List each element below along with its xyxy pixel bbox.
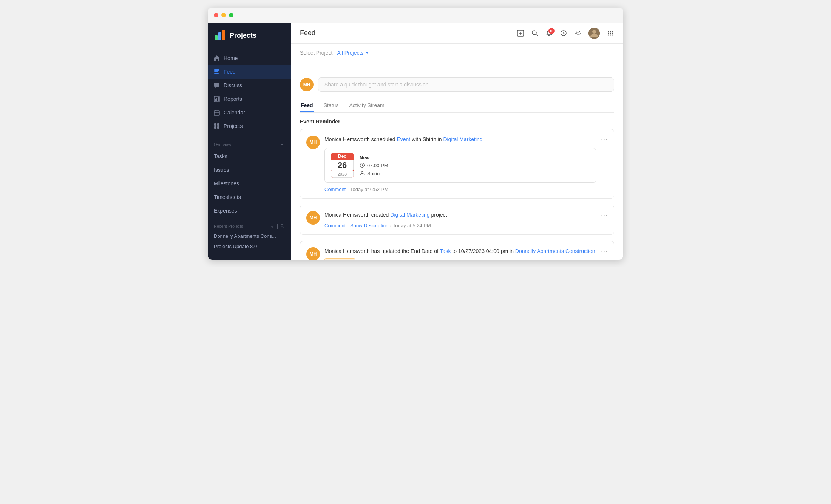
timer-button[interactable] [560,29,567,37]
event-time-row: 07:00 PM [360,163,388,168]
app-body: Projects Home Feed [208,23,623,260]
main-content: Feed [291,23,623,260]
tab-feed[interactable]: Feed [300,99,314,112]
sidebar-item-discuss[interactable]: Discuss [208,79,291,92]
overview-controls [280,142,285,147]
filter-icon[interactable] [270,224,275,228]
event-link[interactable]: Event [397,136,410,142]
feed-card-footer-1: Comment · Today at 6:52 PM [324,186,596,192]
digital-marketing-link-2[interactable]: Digital Marketing [390,212,429,218]
search-button[interactable] [531,29,539,37]
grid-button[interactable] [607,29,614,37]
feed-card-footer-2: Comment · Show Description · Today at 5:… [324,223,596,228]
sidebar-item-milestones[interactable]: Milestones [208,177,291,190]
compose-avatar-initials: MH [303,82,310,87]
svg-point-35 [608,34,609,35]
sidebar-item-feed-label: Feed [224,69,236,75]
close-button[interactable] [214,13,218,17]
top-bar-actions: 10 [517,28,614,39]
chevron-down-icon[interactable] [280,142,285,147]
sidebar-item-home[interactable]: Home [208,51,291,65]
feed-tabs: Feed Status Activity Stream [300,99,614,113]
sidebar-item-projects[interactable]: Projects [208,119,291,133]
more-button-2[interactable]: ··· [601,211,608,219]
tab-status[interactable]: Status [323,99,340,112]
settings-button[interactable] [574,29,582,37]
event-details: New 07:00 PM Shirin [360,155,388,176]
sidebar-item-tasks[interactable]: Tasks [208,150,291,163]
feed-avatar-1: MH [306,136,320,149]
svg-rect-14 [214,123,216,126]
comment-link-1[interactable]: Comment [324,186,346,192]
tab-activity-stream[interactable]: Activity Stream [348,99,385,112]
compose-avatar: MH [300,78,314,91]
svg-rect-17 [217,126,219,129]
svg-point-29 [608,31,609,32]
add-button[interactable] [517,29,524,37]
sidebar-item-calendar[interactable]: Calendar [208,106,291,119]
add-icon [517,29,524,37]
notifications-button[interactable]: 10 [545,29,553,37]
sidebar-item-home-label: Home [224,55,238,61]
more-button-3[interactable]: ··· [601,247,608,255]
svg-point-37 [612,34,613,35]
comment-link-2[interactable]: Comment [324,223,346,228]
reports-icon [214,96,220,102]
cal-day: 26 [331,160,354,171]
sub-bar: Select Project All Projects [291,44,623,62]
sidebar-item-calendar-label: Calendar [224,109,245,116]
task-link[interactable]: Task [440,248,451,254]
sidebar-item-reports[interactable]: Reports [208,92,291,106]
person-icon [360,171,365,176]
svg-rect-15 [217,123,219,126]
minimize-button[interactable] [221,13,226,17]
feed-card-body-1: Monica Hemsworth scheduled Event with Sh… [324,136,596,192]
feed-card-body-3: Monica Hemsworth has updated the End Dat… [324,247,596,260]
recent-project-projects-update[interactable]: Projects Update 8.0 [208,241,291,251]
sidebar-nav: Home Feed Discuss [208,48,291,136]
recent-projects-controls: | [270,223,285,229]
sidebar-item-issues[interactable]: Issues [208,163,291,177]
user-avatar[interactable] [588,28,600,39]
feed-card-header-2: MH Monica Hemsworth created Digital Mark… [306,211,608,228]
svg-rect-4 [214,71,218,72]
svg-rect-2 [222,30,225,40]
recent-projects-label: Recent Projects [214,224,243,228]
discuss-icon [214,82,220,88]
feed-content: ··· MH Share a quick thought and start a… [291,62,623,260]
maximize-button[interactable] [229,13,233,17]
select-project-label: Select Project [300,50,332,56]
feed-card-title-3: Monica Hemsworth has updated the End Dat… [324,247,596,255]
sidebar-logo: Projects [208,23,291,48]
task-tag-label: DC-T642 [334,259,352,260]
projects-logo-icon [214,29,226,42]
compose-input[interactable]: Share a quick thought and start a discus… [318,77,614,92]
calendar-icon [214,109,220,116]
overview-section: Overview [208,136,291,150]
apartments-link[interactable]: Donnelly Apartments Construction [515,248,595,254]
sidebar-logo-text: Projects [230,32,256,40]
compose-placeholder: Share a quick thought and start a discus… [324,82,430,88]
show-description-link[interactable]: Show Description [350,223,388,228]
svg-rect-7 [215,99,216,101]
chevron-down-icon [365,51,369,55]
digital-marketing-link-1[interactable]: Digital Marketing [443,136,482,142]
recent-project-donnelly[interactable]: Donnelly Apartments Cons... [208,231,291,241]
cal-year: 2023 [331,171,354,178]
svg-point-18 [281,225,283,227]
clock-small-icon [360,163,365,168]
event-box: Dec 26 2023 New 07:00 PM [324,148,596,183]
grid-icon [607,30,614,37]
task-tag: DC-T642 [324,258,355,260]
sidebar-item-tasks-label: Tasks [214,153,227,159]
search-icon[interactable] [280,224,285,228]
feed-card-header: MH Monica Hemsworth scheduled Event with… [306,136,608,192]
all-projects-button[interactable]: All Projects [337,50,369,56]
more-button-1[interactable]: ··· [601,136,608,143]
sidebar-item-feed[interactable]: Feed [208,65,291,79]
top-bar: Feed [291,23,623,44]
sidebar-item-timesheets[interactable]: Timesheets [208,190,291,204]
projects-icon [214,123,220,129]
sidebar-item-expenses[interactable]: Expenses [208,204,291,217]
more-options-button[interactable]: ··· [606,68,614,76]
